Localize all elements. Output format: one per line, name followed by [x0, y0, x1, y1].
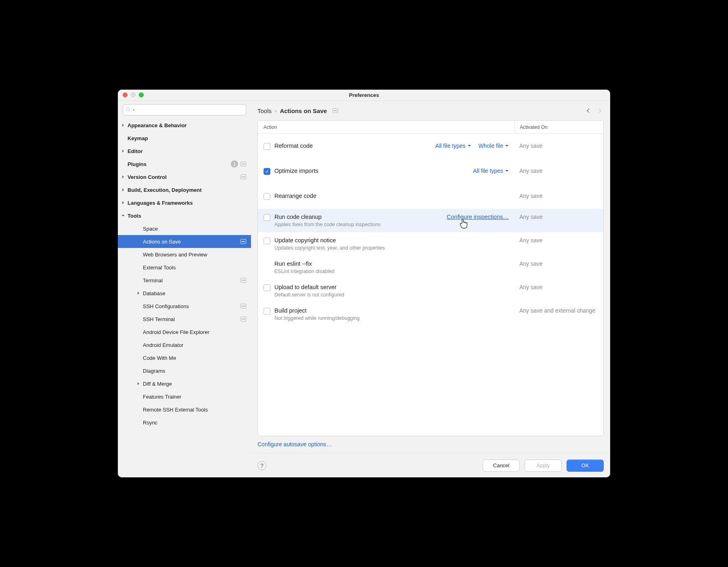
nav-item-tools[interactable]: Tools — [118, 209, 251, 222]
activated-on: Any save and external change — [515, 307, 603, 314]
table-row[interactable]: Rearrange codeAny save — [258, 184, 603, 209]
close-icon[interactable] — [123, 92, 128, 97]
nav-item-ssh-terminal[interactable]: SSH Terminal — [118, 313, 251, 326]
chevron-right-icon[interactable] — [136, 381, 141, 386]
table-row[interactable]: Optimize importsAll file typesAny save — [258, 159, 603, 184]
chevron-right-icon[interactable] — [120, 200, 126, 206]
nav-item-external-tools[interactable]: External Tools — [118, 261, 251, 274]
chevron-down-icon[interactable] — [120, 213, 126, 218]
chevron-right-icon[interactable] — [120, 148, 126, 154]
cursor-hand-icon — [459, 218, 468, 230]
nav-label: Terminal — [143, 277, 238, 284]
chevron-down-icon — [505, 169, 509, 173]
activated-on: Any save — [515, 143, 603, 149]
project-scope-icon — [241, 162, 246, 166]
maximize-icon[interactable] — [139, 92, 144, 97]
chevron-right-icon[interactable] — [120, 174, 126, 180]
nav-label: SSH Configurations — [143, 303, 238, 309]
cancel-button[interactable]: Cancel — [483, 460, 520, 472]
search-icon — [126, 107, 131, 113]
checkbox[interactable] — [264, 214, 270, 221]
nav-item-android-device-file-explorer[interactable]: Android Device File Explorer — [118, 326, 251, 338]
apply-button[interactable]: Apply — [525, 460, 562, 472]
action-description: Applies fixes from the code cleanup insp… — [274, 222, 447, 227]
table-row[interactable]: Build projectNot triggered while running… — [258, 302, 603, 326]
action-description: Not triggered while running/debugging — [274, 315, 509, 321]
nav-item-version-control[interactable]: Version Control — [118, 170, 251, 183]
nav-item-database[interactable]: Database — [118, 287, 251, 300]
nav-label: Keymap — [128, 135, 246, 141]
checkbox[interactable] — [264, 193, 270, 200]
project-scope-icon — [241, 317, 246, 321]
nav-item-features-trainer[interactable]: Features Trainer — [118, 390, 251, 403]
nav-item-editor[interactable]: Editor — [118, 145, 251, 158]
checkbox[interactable] — [264, 237, 270, 244]
table-row[interactable]: Upload to default serverDefault server i… — [258, 279, 603, 302]
table-header: Action Activated On — [258, 121, 603, 134]
search-dropdown-icon[interactable]: ▾ — [133, 108, 134, 112]
nav-label: Features Trainer — [143, 394, 246, 400]
nav-forward-button[interactable] — [596, 107, 604, 115]
checkbox[interactable] — [264, 284, 270, 291]
nav-item-space[interactable]: Space — [118, 222, 251, 235]
table-row[interactable]: Run eslint --fixESLint integration disab… — [258, 256, 603, 279]
svg-line-1 — [129, 110, 130, 111]
action-title: Update copyright notice — [274, 237, 509, 244]
action-cell: Reformat codeAll file typesWhole file — [258, 143, 515, 150]
chevron-right-icon[interactable] — [136, 290, 141, 296]
breadcrumb-separator: › — [275, 108, 276, 114]
project-scope-icon — [241, 239, 246, 244]
checkbox[interactable] — [264, 143, 270, 150]
nav-item-ssh-configurations[interactable]: SSH Configurations — [118, 300, 251, 313]
chevron-down-icon — [467, 144, 471, 148]
nav-item-code-with-me[interactable]: Code With Me — [118, 351, 251, 364]
checkbox[interactable] — [264, 168, 270, 175]
nav-label: Diagrams — [143, 368, 246, 374]
dropdown[interactable]: All file types — [473, 168, 509, 174]
checkbox[interactable] — [264, 308, 270, 315]
nav-item-keymap[interactable]: Keymap — [118, 132, 251, 145]
nav-back-button[interactable] — [584, 107, 592, 115]
nav-item-diff-merge[interactable]: Diff & Merge — [118, 377, 251, 390]
nav-item-android-emulator[interactable]: Android Emulator — [118, 338, 251, 351]
nav-item-diagrams[interactable]: Diagrams — [118, 364, 251, 377]
minimize-icon[interactable] — [131, 92, 136, 97]
footer: ? Cancel Apply OK — [251, 453, 610, 477]
nav-tree[interactable]: Appearance & BehaviorKeymapEditorPlugins… — [118, 119, 251, 477]
nav-item-rsync[interactable]: Rsync — [118, 416, 251, 429]
nav-item-appearance-behavior[interactable]: Appearance & Behavior — [118, 119, 251, 132]
main-panel: Tools › Actions on Save Action Activated… — [251, 101, 610, 477]
table-row[interactable]: Reformat codeAll file typesWhole fileAny… — [258, 134, 603, 159]
table-row[interactable]: Update copyright noticeUpdates copyright… — [258, 232, 603, 256]
configure-autosave-link[interactable]: Configure autosave options… — [257, 441, 604, 447]
actions-table: Action Activated On Reformat codeAll fil… — [257, 120, 604, 436]
dropdown[interactable]: Whole file — [479, 143, 509, 149]
nav-item-build-execution-deployment[interactable]: Build, Execution, Deployment — [118, 183, 251, 196]
table-row[interactable]: Run code cleanupApplies fixes from the c… — [258, 209, 603, 232]
nav-item-terminal[interactable]: Terminal — [118, 274, 251, 287]
action-description: ESLint integration disabled — [274, 269, 509, 274]
search-input[interactable] — [136, 107, 243, 113]
nav-label: Web Browsers and Preview — [143, 252, 246, 258]
project-scope-icon — [241, 174, 246, 179]
chevron-right-icon[interactable] — [120, 187, 126, 193]
activated-on: Any save — [515, 193, 603, 199]
nav-item-remote-ssh-external-tools[interactable]: Remote SSH External Tools — [118, 403, 251, 416]
configure-inspections-link[interactable]: Configure inspections… — [447, 214, 509, 220]
breadcrumb-parent[interactable]: Tools — [257, 107, 272, 114]
nav-label: Build, Execution, Deployment — [128, 187, 246, 193]
ok-button[interactable]: OK — [567, 460, 604, 472]
search-box[interactable]: ▾ — [123, 104, 246, 116]
nav-item-languages-frameworks[interactable]: Languages & Frameworks — [118, 196, 251, 209]
nav-label: Diff & Merge — [143, 381, 246, 387]
preferences-window: Preferences ▾ Appearance & BehaviorKeyma… — [118, 90, 610, 477]
nav-item-plugins[interactable]: Plugins1 — [118, 158, 251, 170]
nav-item-web-browsers-and-preview[interactable]: Web Browsers and Preview — [118, 248, 251, 261]
help-button[interactable]: ? — [257, 461, 266, 470]
dropdown[interactable]: All file types — [435, 143, 471, 149]
action-title: Reformat code — [274, 143, 435, 149]
breadcrumb: Tools › Actions on Save — [251, 101, 610, 120]
nav-item-actions-on-save[interactable]: Actions on Save — [118, 235, 251, 248]
nav-label: Rsync — [143, 420, 246, 426]
chevron-right-icon[interactable] — [120, 122, 126, 128]
